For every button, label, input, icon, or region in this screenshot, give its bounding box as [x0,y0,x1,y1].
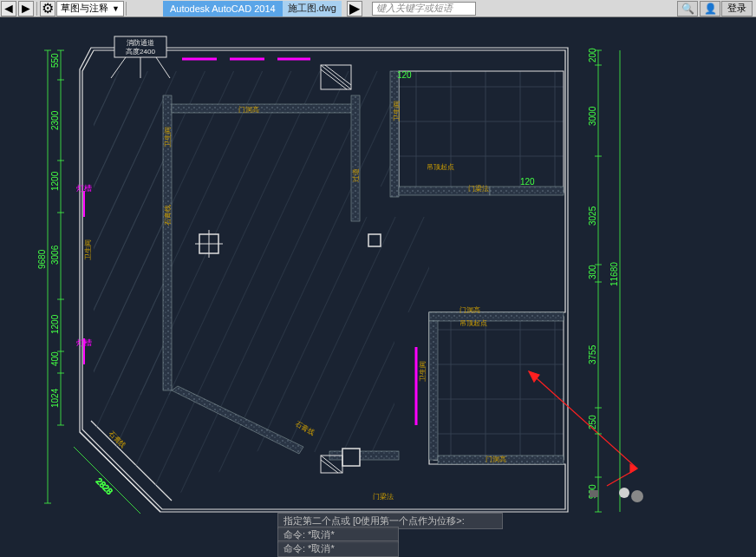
filename-tab[interactable]: 施工图.dwg [283,1,342,16]
nav-back-button[interactable]: ◄ [1,1,16,16]
search-placeholder: 键入关键字或短语 [376,2,453,15]
room-grid-bottom [433,317,564,460]
svg-text:1024: 1024 [50,388,60,408]
svg-text:250: 250 [588,415,597,429]
cmd-text-1: 指定第二个点或 [0使用第一个点作为位移>: [284,515,465,526]
dim-top-seg: 120 [397,70,412,80]
svg-text:300: 300 [588,265,597,279]
svg-point-103 [631,490,643,502]
login-label: 登录 [727,2,746,15]
separator [36,2,37,16]
svg-text:门梁法: 门梁法 [373,493,394,501]
app-title: Autodesk AutoCAD 2014 [163,1,283,16]
cad-drawing: 消防通道 高度2400 550 2300 1200 3006 1200 400 … [0,17,756,514]
svg-text:1200: 1200 [50,314,60,334]
app-title-text: Autodesk AutoCAD 2014 [170,3,276,14]
svg-text:门洞高: 门洞高 [238,106,259,114]
nav-fwd-button[interactable]: ► [18,1,34,16]
svg-text:吊顶起点: 吊顶起点 [427,163,454,171]
svg-text:9680: 9680 [37,249,47,269]
svg-rect-104 [590,490,598,497]
drawing-canvas[interactable]: 消防通道 高度2400 550 2300 1200 3006 1200 400 … [0,17,756,514]
right-toolbar: 🔍 👤 登录 [676,1,756,16]
svg-text:2300: 2300 [50,110,60,130]
svg-text:石膏线: 石膏线 [164,205,172,226]
svg-text:11680: 11680 [609,262,619,286]
svg-text:灯槽: 灯槽 [76,184,92,193]
leader-text-1: 消防通道 [127,39,154,47]
svg-text:200: 200 [588,48,597,62]
svg-text:2828: 2828 [94,476,115,497]
search-input[interactable]: 键入关键字或短语 [372,2,476,16]
svg-text:400: 400 [50,351,60,366]
svg-rect-19 [368,234,381,246]
svg-text:门梁法: 门梁法 [468,185,489,193]
svg-text:门洞高: 门洞高 [486,455,506,463]
svg-text:3025: 3025 [588,206,597,226]
svg-line-29 [321,460,338,473]
cmd-text-2: 命令: *取消* [284,529,335,540]
viewport-icons [590,488,643,502]
binoculars-icon[interactable]: 🔍 [677,1,698,16]
command-line-3[interactable]: 命令: *取消* [277,541,399,557]
gear-icon[interactable]: ⚙ [40,1,55,16]
svg-rect-20 [342,449,360,466]
svg-text:卫生间: 卫生间 [164,127,172,147]
svg-text:卫生间: 卫生间 [419,361,427,382]
dim-mid-seg: 120 [520,177,535,187]
top-toolbar: ◄ ► ⚙ 草图与注释 ▼ Autodesk AutoCAD 2014 施工图.… [0,0,756,17]
user-icon[interactable]: 👤 [700,1,720,16]
svg-rect-9 [351,95,360,221]
leader-text-2: 高度2400 [126,48,155,56]
svg-text:1200: 1200 [50,171,60,191]
svg-rect-10 [390,71,399,197]
svg-text:过道: 过道 [352,168,360,182]
workspace-label: 草图与注释 [61,2,108,15]
dims-left-text: 550 2300 1200 3006 1200 400 1024 9680 [37,53,60,408]
login-button[interactable]: 登录 [721,1,753,16]
svg-text:3006: 3006 [50,245,60,265]
filename-text: 施工图.dwg [288,2,336,15]
svg-text:卫生间: 卫生间 [393,101,401,121]
dims-right-text: 200 3000 3025 300 3755 250 900 11680 [588,48,619,499]
svg-text:灯槽: 灯槽 [76,338,92,347]
command-area: 指定第二个点或 [0使用第一个点作为位移>: 命令: *取消* 命令: *取消* [0,514,756,557]
svg-rect-13 [429,312,564,321]
chevron-down-icon: ▼ [112,4,120,13]
play-button[interactable]: ▶ [347,1,362,16]
svg-text:3000: 3000 [588,106,597,126]
workspace-dropdown[interactable]: 草图与注释 ▼ [56,1,124,16]
separator [126,2,127,16]
svg-rect-8 [172,104,354,113]
svg-text:卫生间: 卫生间 [84,239,92,260]
svg-text:550: 550 [50,53,60,68]
svg-rect-12 [490,187,564,195]
svg-text:门洞高: 门洞高 [459,306,480,314]
svg-text:吊顶起点: 吊顶起点 [459,319,487,327]
svg-text:3755: 3755 [588,344,597,364]
cmd-text-3: 命令: *取消* [284,543,335,554]
svg-point-102 [619,488,629,498]
room-grid-top [399,71,564,193]
svg-rect-14 [429,321,438,460]
